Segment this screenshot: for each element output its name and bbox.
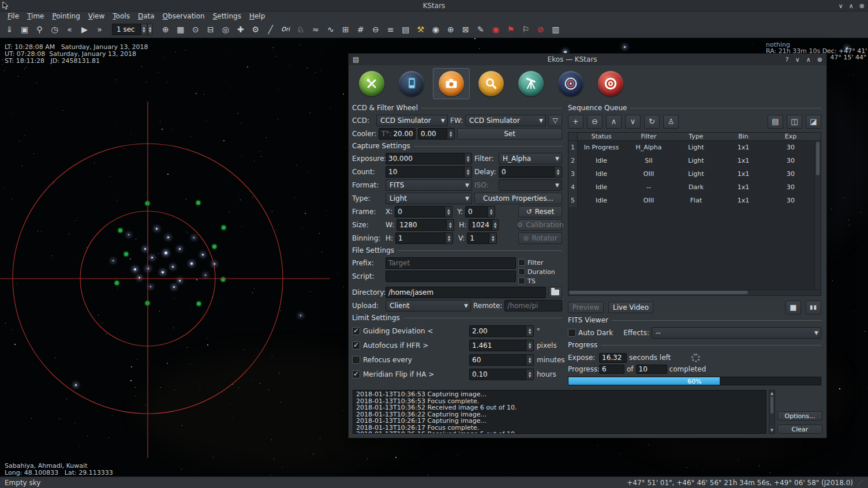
live-video-button[interactable]: Live Video bbox=[608, 302, 653, 313]
constellation-art-icon[interactable]: ♘ bbox=[293, 22, 308, 37]
sequence-row[interactable]: 2 Idle SII Light 1x1 30 bbox=[568, 154, 821, 167]
browse-directory-button[interactable] bbox=[548, 287, 562, 298]
log-output[interactable]: 2018-01-13T10:36:53 Capturing image...20… bbox=[353, 390, 766, 434]
spin-arrows[interactable]: ▲▼ bbox=[447, 129, 454, 139]
size-h-spinbox[interactable]: 1024▲▼ bbox=[469, 219, 499, 231]
script-input[interactable] bbox=[386, 271, 516, 282]
horizontal-grid-icon[interactable]: # bbox=[353, 22, 368, 37]
scroll-up-icon[interactable]: ▲ bbox=[770, 391, 773, 396]
filter-select[interactable]: H_Alpha▼ bbox=[499, 153, 562, 164]
stop-tracking-icon[interactable]: ⊘ bbox=[533, 22, 548, 37]
limit-checkbox[interactable] bbox=[352, 327, 360, 335]
options-button[interactable]: Options... bbox=[777, 411, 822, 421]
horizon-icon[interactable]: ⊖ bbox=[368, 22, 383, 37]
time-step-up-down[interactable]: ▲▼ bbox=[141, 24, 147, 35]
bin-h-spinbox[interactable]: 1▲▼ bbox=[395, 232, 453, 244]
tab-focus[interactable] bbox=[473, 68, 510, 99]
menu-view[interactable]: View bbox=[84, 12, 108, 21]
find-object-icon[interactable]: ⚲ bbox=[32, 22, 47, 37]
save-sequence-as-icon[interactable]: ◪ bbox=[806, 115, 821, 129]
filter-checkbox[interactable] bbox=[518, 259, 525, 266]
ekos-titlebar[interactable]: ▤ Ekos — KStars ? ∨ ∧ ⊗ bbox=[349, 54, 826, 65]
scroll-down-icon[interactable]: ▼ bbox=[770, 428, 773, 433]
bin-v-spinbox[interactable]: 1▲▼ bbox=[467, 232, 497, 244]
limit-checkbox[interactable] bbox=[352, 356, 360, 364]
export-sky-image-icon[interactable]: ▣ bbox=[17, 22, 32, 37]
whats-interesting-icon[interactable]: ≡ bbox=[383, 22, 398, 37]
count-spinbox[interactable]: 10▲▼ bbox=[386, 166, 472, 178]
duration-checkbox[interactable] bbox=[518, 268, 525, 275]
sequence-row[interactable]: 5 Idle OIII Flat 1x1 30 bbox=[568, 194, 821, 207]
move-job-up-icon[interactable]: ∧ bbox=[606, 115, 622, 129]
filter-wheel-select[interactable]: CCD Simulator▼ bbox=[465, 115, 546, 126]
time-step-unit-up-down[interactable]: ▲▼ bbox=[147, 24, 154, 35]
save-sequence-icon[interactable]: ◫ bbox=[787, 115, 802, 129]
constellation-names-icon[interactable]: Ori bbox=[278, 22, 293, 37]
limit-checkbox[interactable] bbox=[352, 370, 360, 378]
effects-select[interactable]: --▼ bbox=[652, 327, 821, 339]
stars-toggle-icon[interactable]: ✚ bbox=[233, 22, 248, 37]
target-temperature-spinbox[interactable]: 0.00▲▼ bbox=[418, 128, 455, 140]
log-splitter-handle[interactable]: · · · · bbox=[349, 382, 826, 386]
reset-frame-button[interactable]: ↺Reset bbox=[518, 206, 562, 217]
limit-value-spinbox[interactable]: 60▲▼ bbox=[469, 354, 534, 366]
delay-spinbox[interactable]: 0▲▼ bbox=[499, 166, 562, 178]
tab-scheduler[interactable] bbox=[393, 68, 430, 99]
preview-button[interactable]: Preview bbox=[568, 302, 604, 313]
upload-mode-select[interactable]: Client▼ bbox=[386, 300, 471, 311]
tab-align[interactable] bbox=[552, 68, 589, 99]
pause-sequence-button[interactable]: ▮▮ bbox=[806, 301, 821, 314]
reset-queue-icon[interactable]: ↻ bbox=[644, 115, 660, 129]
limit-value-spinbox[interactable]: 1.461▲▼ bbox=[469, 340, 534, 351]
fov-symbol-icon[interactable]: ⊕ bbox=[158, 22, 173, 37]
filter-settings-button[interactable]: ▽ bbox=[548, 115, 562, 126]
stop-sequence-button[interactable]: ■ bbox=[785, 301, 801, 314]
menu-observation[interactable]: Observation bbox=[159, 12, 209, 21]
equipment-wizard-icon[interactable]: ▥ bbox=[548, 22, 563, 37]
move-job-down-icon[interactable]: ∨ bbox=[625, 115, 641, 129]
menu-pointing[interactable]: Pointing bbox=[48, 12, 84, 21]
limit-value-spinbox[interactable]: 2.00▲▼ bbox=[469, 325, 534, 337]
open-sequence-icon[interactable]: ▤ bbox=[768, 115, 783, 129]
clear-log-button[interactable]: Clear bbox=[777, 425, 822, 434]
table-vertical-scrollbar[interactable] bbox=[814, 141, 821, 290]
solar-system-icon[interactable]: ⊙ bbox=[188, 22, 203, 37]
tab-capture[interactable] bbox=[433, 68, 470, 99]
sequence-row[interactable]: 4 Idle -- Dark 1x1 30 bbox=[568, 181, 821, 194]
exposure-spinbox[interactable]: 30.000▲▼ bbox=[386, 153, 472, 164]
window-maximize-icon[interactable]: ∧ bbox=[849, 2, 854, 10]
altitude-vs-time-icon[interactable]: ╱ bbox=[263, 22, 278, 37]
resize-grip[interactable]: ⋰ bbox=[858, 479, 863, 486]
advance-time-backward-icon[interactable]: « bbox=[62, 22, 77, 37]
sequence-row[interactable]: 1 In Progress H_Alpha Light 1x1 30 bbox=[568, 141, 821, 154]
flag-icon[interactable]: ⚑ bbox=[503, 22, 518, 37]
menu-help[interactable]: Help bbox=[245, 12, 269, 21]
coordinate-grid-icon[interactable]: ⊞ bbox=[338, 22, 353, 37]
format-select[interactable]: FITS▼ bbox=[386, 179, 472, 191]
maximize-icon[interactable]: ∧ bbox=[806, 56, 811, 63]
time-step-control[interactable]: 1 sec ▲▼ ▲▼ bbox=[112, 24, 153, 35]
lock-position-icon[interactable]: ⊠ bbox=[458, 22, 473, 37]
frame-type-select[interactable]: Light▼ bbox=[386, 193, 472, 204]
tab-guide[interactable] bbox=[592, 68, 629, 99]
indi-control-panel-icon[interactable]: ⚙ bbox=[248, 22, 263, 37]
ts-checkbox[interactable] bbox=[518, 277, 525, 284]
annotation-pen-icon[interactable]: ✎ bbox=[473, 22, 488, 37]
window-shade-icon[interactable]: ∨ bbox=[839, 2, 843, 10]
frame-x-spinbox[interactable]: 0▲▼ bbox=[395, 206, 452, 217]
size-w-spinbox[interactable]: 1280▲▼ bbox=[396, 219, 454, 231]
deep-sky-objects-icon[interactable]: ◎ bbox=[218, 22, 233, 37]
table-horizontal-scrollbar[interactable] bbox=[568, 290, 821, 296]
tab-setup[interactable] bbox=[353, 68, 390, 99]
log-scrollbar[interactable]: ▲▼ bbox=[769, 390, 775, 434]
remove-job-icon[interactable]: ⊖ bbox=[587, 115, 603, 129]
limit-checkbox[interactable] bbox=[352, 341, 360, 350]
prefix-input[interactable]: Target bbox=[386, 257, 516, 269]
menu-settings[interactable]: Settings bbox=[209, 12, 245, 21]
directory-input[interactable]: /home/jasem bbox=[386, 287, 546, 298]
set-temperature-button[interactable]: Set bbox=[457, 128, 562, 140]
window-close-icon[interactable]: ⊗ bbox=[859, 2, 865, 10]
add-job-icon[interactable]: + bbox=[568, 115, 583, 129]
window-titlebar[interactable]: KStars ∨ ∧ ⊗ bbox=[0, 0, 868, 12]
eyepiece-view-icon[interactable]: ◉ bbox=[428, 22, 443, 37]
